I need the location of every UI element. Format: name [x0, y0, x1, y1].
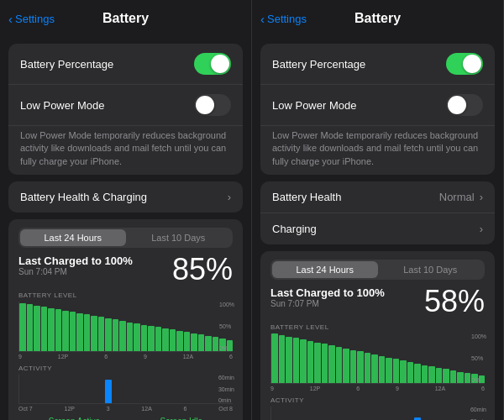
battery-bar	[379, 356, 386, 383]
battery-bar	[148, 326, 155, 351]
battery-bar	[350, 350, 357, 384]
charge-label-2: Last Charged to 100%	[270, 286, 385, 299]
back-label-2: Settings	[267, 13, 307, 25]
header-2: ‹ Settings Battery	[252, 0, 503, 37]
activity-bar	[105, 380, 112, 403]
charge-info-1: Last Charged to 100% Sun 7:04 PM 85%	[18, 255, 233, 285]
battery-health-row-2[interactable]: Battery Health Normal ›	[260, 181, 495, 213]
charging-row-2[interactable]: Charging ›	[260, 213, 495, 244]
battery-bar	[70, 312, 76, 351]
toggle-thumb-2a	[463, 55, 481, 73]
battery-bar	[62, 311, 69, 351]
low-power-desc-1: Low Power Mode temporarily reduces backg…	[8, 126, 243, 175]
screen-active-label-1: Screen Active	[49, 417, 100, 420]
charge-pct-1: 85%	[172, 255, 233, 285]
battery-bar	[205, 336, 212, 351]
battery-bar	[191, 333, 197, 352]
activity-chart-2: 60min 30min 0min	[270, 407, 485, 420]
scroll-content-2: Battery Percentage Low Power Mode Low Po…	[252, 37, 503, 420]
battery-bar	[300, 339, 307, 383]
chevron-icon-2a: ›	[480, 191, 483, 203]
battery-bar	[293, 338, 300, 383]
panel-1: ‹ Settings Battery Battery Percentage Lo…	[0, 0, 252, 420]
battery-bar	[127, 323, 134, 351]
battery-bar	[91, 316, 97, 351]
tab-switcher-2: Last 24 Hours Last 10 Days	[270, 260, 485, 280]
battery-bar	[141, 325, 148, 351]
battery-bar	[407, 362, 414, 383]
low-power-desc-2: Low Power Mode temporarily reduces backg…	[260, 126, 495, 175]
charge-details-1: Last Charged to 100% Sun 7:04 PM	[18, 255, 133, 276]
battery-percentage-toggle-2[interactable]	[446, 53, 483, 75]
battery-bar	[371, 354, 378, 383]
tab-switcher-1: Last 24 Hours Last 10 Days	[18, 228, 233, 248]
battery-bar	[105, 318, 112, 351]
tab-24h-1[interactable]: Last 24 Hours	[20, 229, 126, 246]
battery-health-value-2: Normal	[439, 191, 475, 203]
health-section-1: Battery Health & Charging ›	[8, 181, 243, 213]
battery-health-row-1[interactable]: Battery Health & Charging ›	[8, 181, 243, 213]
header-1: ‹ Settings Battery	[0, 0, 251, 37]
battery-chart-1: 100% 50% 0%	[18, 302, 233, 352]
battery-bar	[113, 319, 119, 351]
battery-bar	[198, 334, 205, 351]
battery-level-label-2: BATTERY LEVEL	[270, 323, 485, 331]
chart-section-1: Last 24 Hours Last 10 Days Last Charged …	[8, 219, 243, 420]
battery-bar	[134, 323, 140, 351]
battery-bar	[98, 317, 105, 351]
battery-bar	[84, 314, 91, 351]
battery-bar	[365, 353, 371, 383]
act-y-labels-2: 60min 30min 0min	[470, 407, 486, 420]
battery-bar	[414, 364, 421, 383]
battery-percentage-row-1: Battery Percentage	[8, 44, 243, 85]
charge-sub-1: Sun 7:04 PM	[18, 267, 133, 276]
battery-bar	[386, 358, 392, 384]
health-section-2: Battery Health Normal › Charging ›	[260, 181, 495, 244]
tab-10d-1[interactable]: Last 10 Days	[126, 229, 232, 246]
battery-bar	[184, 332, 191, 351]
back-button-2[interactable]: ‹ Settings	[260, 12, 307, 26]
charge-label-1: Last Charged to 100%	[18, 255, 133, 267]
panel-2: ‹ Settings Battery Battery Percentage Lo…	[252, 0, 504, 420]
battery-bar	[357, 351, 364, 383]
battery-bar	[422, 365, 428, 384]
toggle-thumb-2b	[448, 96, 466, 114]
battery-bar	[19, 303, 26, 351]
battery-percentage-toggle-1[interactable]	[194, 53, 231, 75]
battery-percentage-row-2: Battery Percentage	[260, 44, 495, 85]
charge-sub-2: Sun 7:07 PM	[270, 299, 385, 308]
battery-bar	[465, 373, 471, 383]
back-label-1: Settings	[15, 13, 55, 25]
battery-bar	[271, 333, 278, 383]
low-power-row-2: Low Power Mode	[260, 85, 495, 126]
battery-bar	[155, 327, 162, 351]
toggle-thumb	[196, 96, 214, 114]
x-labels-2: 9 12P 6 9 12A 6	[270, 386, 485, 391]
charging-label-2: Charging	[272, 223, 317, 235]
activity-label-2: ACTIVITY	[270, 396, 485, 404]
bottom-labels-1: Screen Active Screen Idle	[18, 417, 233, 420]
page-title-1: Battery	[102, 11, 149, 26]
battery-bar	[176, 331, 183, 351]
act-x-labels-1: Oct 7 12P 3 12A 6 Oct 8	[18, 406, 233, 412]
back-button-1[interactable]: ‹ Settings	[8, 12, 55, 26]
battery-percentage-label-2: Battery Percentage	[272, 58, 365, 71]
battery-bar	[314, 343, 321, 384]
activity-chart-1: 60min 30min 0min	[18, 375, 233, 404]
battery-bar	[428, 366, 435, 383]
act-y-labels-1: 60min 30min 0min	[218, 375, 234, 403]
battery-bar	[328, 345, 335, 383]
y-labels-1: 100% 50% 0%	[219, 302, 234, 351]
low-power-label-1: Low Power Mode	[20, 99, 104, 112]
x-labels-1: 9 12P 6 9 12A 6	[18, 354, 233, 360]
battery-bar	[343, 349, 349, 383]
tab-10d-2[interactable]: Last 10 Days	[378, 261, 484, 278]
charge-details-2: Last Charged to 100% Sun 7:07 PM	[270, 286, 385, 308]
battery-bar	[443, 369, 449, 383]
tab-24h-2[interactable]: Last 24 Hours	[272, 261, 378, 278]
battery-bar	[213, 337, 219, 351]
chevron-icon-2b: ›	[480, 223, 483, 235]
low-power-toggle-1[interactable]	[194, 94, 231, 116]
low-power-toggle-2[interactable]	[446, 94, 483, 116]
low-power-row-1: Low Power Mode	[8, 85, 243, 126]
